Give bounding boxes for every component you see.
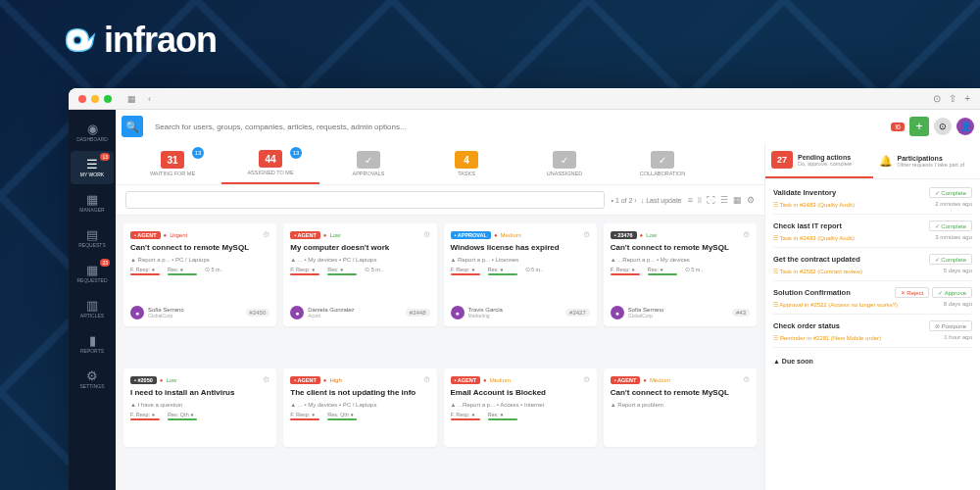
postpone-button[interactable]: ⊘ Postpone bbox=[929, 320, 972, 331]
search-icon[interactable]: 🔍 bbox=[122, 116, 143, 137]
group-icon[interactable]: ⫴ bbox=[698, 195, 702, 206]
add-button[interactable]: + bbox=[909, 117, 929, 136]
avatar[interactable]: 👤 bbox=[956, 118, 974, 135]
close-dot[interactable] bbox=[78, 95, 86, 103]
back-icon[interactable]: ‹ bbox=[145, 93, 154, 105]
nav-label: REPORTS bbox=[80, 348, 104, 354]
sidebar-item-articles[interactable]: ▥ARTICLES bbox=[71, 292, 114, 325]
work-tabs: 31WAITING FOR ME1344ASSIGNED TO ME13✓APP… bbox=[116, 143, 764, 185]
gear-icon[interactable]: ⚙ bbox=[743, 230, 750, 239]
request-card[interactable]: • AGENT ● Medium⚙Email Account is Blocke… bbox=[444, 368, 597, 447]
expand-icon[interactable]: ⛶ bbox=[707, 195, 715, 206]
clock-icon[interactable]: ⊙ bbox=[933, 93, 941, 104]
gear-icon[interactable]: ⚙ bbox=[583, 375, 590, 384]
search-input[interactable] bbox=[149, 116, 885, 137]
search-bar: 🔍 !6 + ⊙ 👤 bbox=[116, 110, 980, 143]
status-dot: ● bbox=[160, 377, 164, 383]
action-meta[interactable]: ☰ Approval in #2522 (Access no longer wo… bbox=[773, 301, 898, 308]
app-window: ▦ ‹ ⊙ ⇧ + ◉DASHBOARD☰MY WORK13▦MANAGER▤R… bbox=[69, 88, 980, 490]
tab-unassigned[interactable]: ✓UNASSIGNED bbox=[515, 143, 613, 184]
filter-icon[interactable]: ≡ bbox=[688, 195, 693, 206]
reject-button[interactable]: ✕ Reject bbox=[895, 287, 930, 298]
filter-input[interactable] bbox=[125, 191, 605, 209]
resp-label: F. Resp: ● bbox=[290, 267, 319, 272]
sidebar-item-my-work[interactable]: ☰MY WORK13 bbox=[71, 151, 114, 184]
tab-waiting-for-me[interactable]: 31WAITING FOR ME13 bbox=[123, 143, 221, 184]
nav-label: SETTINGS bbox=[79, 383, 104, 389]
tab-collaboration[interactable]: ✓COLLABORATION bbox=[613, 143, 711, 184]
gear-icon[interactable]: ⚙ bbox=[263, 230, 270, 239]
action-title: Validate Inventory bbox=[773, 188, 836, 197]
list-icon[interactable]: ☰ bbox=[720, 195, 728, 206]
layout-icon[interactable]: ▦ bbox=[124, 93, 139, 105]
action-time: 3 minutes ago bbox=[935, 234, 972, 241]
request-card[interactable]: • AGENT ● Medium⚙Can't connect to remote… bbox=[604, 368, 757, 447]
approve-button[interactable]: ✓ Approve bbox=[932, 287, 972, 298]
tab-pending[interactable]: 27 Pending actions Do, approve, complete bbox=[765, 143, 873, 178]
nav-label: ARTICLES bbox=[80, 313, 104, 318]
priority-label: Medium bbox=[650, 377, 670, 383]
max-dot[interactable] bbox=[104, 95, 112, 103]
part-title: Participations bbox=[898, 155, 964, 162]
sidebar-item-requested[interactable]: ▦REQUESTED23 bbox=[71, 257, 114, 290]
nav-icon: ◉ bbox=[87, 122, 98, 135]
status-dot: ● bbox=[643, 377, 647, 383]
sidebar-item-settings[interactable]: ⚙SETTINGS bbox=[71, 363, 114, 396]
user-org: GlobalCorp bbox=[148, 313, 184, 318]
sort-label[interactable]: ↓ Last update bbox=[641, 197, 682, 204]
complete-button[interactable]: ✓ Complete bbox=[929, 254, 972, 265]
min-dot[interactable] bbox=[91, 95, 99, 103]
complete-button[interactable]: ✓ Complete bbox=[929, 187, 972, 198]
tab-participations[interactable]: 🔔 Participations Other requests I take p… bbox=[873, 143, 981, 178]
request-card[interactable]: • AGENT ● High⚙The client is not updatin… bbox=[283, 368, 436, 447]
brand-text: infraon bbox=[104, 20, 217, 61]
sidebar-item-reports[interactable]: ▮REPORTS bbox=[71, 327, 114, 361]
user-org: Marketing bbox=[468, 313, 503, 318]
sidebar-item-dashboard[interactable]: ◉DASHBOARD bbox=[71, 116, 114, 149]
tab-approvals[interactable]: ✓APPROVALS bbox=[319, 143, 417, 184]
gear-icon[interactable]: ⚙ bbox=[747, 195, 755, 206]
request-card[interactable]: • #2050 ● Low⚙I need to install an Antiv… bbox=[123, 368, 276, 447]
part-sub: Other requests I take part of bbox=[898, 162, 964, 168]
res-label: Res: ● bbox=[488, 412, 517, 417]
card-meta: ▲ Report a problem bbox=[611, 402, 750, 408]
gear-icon[interactable]: ⚙ bbox=[743, 375, 750, 384]
pager[interactable]: • 1 of 2 › bbox=[611, 197, 636, 204]
tab-label: WAITING FOR ME bbox=[150, 171, 195, 176]
user-org: Acorn bbox=[308, 313, 354, 318]
sidebar-item-manager[interactable]: ▦MANAGER bbox=[71, 186, 114, 220]
action-meta[interactable]: ☰ Task in #2582 (Contract review) bbox=[773, 268, 862, 274]
action-meta[interactable]: ☰ Task in #2483 (Quality Audit) bbox=[773, 234, 855, 241]
notif-badge[interactable]: !6 bbox=[891, 122, 905, 131]
complete-button[interactable]: ✓ Complete bbox=[929, 220, 972, 231]
infraon-icon bbox=[59, 22, 96, 59]
avatar-icon: ● bbox=[290, 306, 304, 319]
gear-icon[interactable]: ⚙ bbox=[423, 230, 430, 239]
card-tag: • AGENT bbox=[451, 376, 481, 384]
sidebar-item-requests[interactable]: ▤REQUESTS bbox=[71, 221, 114, 255]
request-card[interactable]: • AGENT ● Low⚙My computer doesn't work▲ … bbox=[283, 223, 436, 326]
gear-icon[interactable]: ⚙ bbox=[583, 230, 590, 239]
grid-icon[interactable]: ▦ bbox=[733, 195, 742, 206]
card-meta: ▲ ... • My devices • PC / Laptops bbox=[290, 257, 429, 263]
card-id: #2450 bbox=[246, 309, 270, 317]
tab-assigned-to-me[interactable]: 44ASSIGNED TO ME13 bbox=[221, 143, 319, 184]
tab-tasks[interactable]: 4TASKS bbox=[417, 143, 515, 184]
card-meta: ▲ Report a p... • PC / Laptops bbox=[130, 257, 270, 263]
tab-label: ASSIGNED TO ME bbox=[247, 170, 293, 175]
check-icon: ✓ bbox=[357, 151, 380, 169]
request-card[interactable]: • AGENT ● Urgent⚙Can't connect to remote… bbox=[123, 223, 276, 326]
toggle-button[interactable]: ⊙ bbox=[934, 118, 952, 135]
action-meta[interactable]: ☰ Reminder in #2281 (New Mobile order) bbox=[773, 334, 881, 341]
plus-icon[interactable]: + bbox=[964, 93, 970, 104]
share-icon[interactable]: ⇧ bbox=[949, 93, 956, 104]
action-meta[interactable]: ☰ Task in #2483 (Quality Audit) bbox=[773, 201, 855, 208]
request-card[interactable]: • 23476 ● Low⚙Can't connect to remote My… bbox=[604, 223, 757, 326]
nav-label: MY WORK bbox=[80, 172, 104, 177]
card-tag: • AGENT bbox=[130, 231, 161, 239]
gear-icon[interactable]: ⚙ bbox=[423, 375, 430, 384]
card-title: Can't connect to remote MySQL bbox=[611, 388, 750, 398]
request-card[interactable]: • APPROVAL ● Medium⚙Windows license has … bbox=[444, 223, 597, 326]
tab-count: 44 bbox=[259, 150, 282, 168]
gear-icon[interactable]: ⚙ bbox=[263, 375, 270, 384]
